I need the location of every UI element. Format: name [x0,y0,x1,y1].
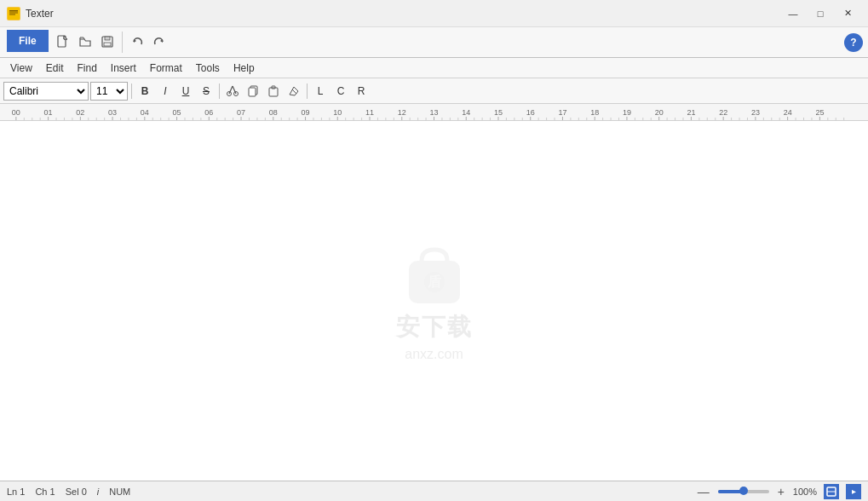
save-document-icon [101,35,114,49]
italic-button[interactable]: I [156,82,175,101]
fit-width-icon [826,487,836,497]
editor-area: 盾 安下载 anxz.com [0,121,868,481]
menu-format[interactable]: Format [143,58,189,78]
ruler-canvas [0,104,868,121]
clear-icon [288,85,300,97]
menu-find[interactable]: Find [70,58,103,78]
align-left-button[interactable]: L [311,82,330,101]
align-right-button[interactable]: R [352,82,371,101]
zoom-controls: — + 100% ▸ [696,484,861,499]
paste-button[interactable] [264,82,283,101]
svg-rect-7 [105,37,110,40]
bold-button[interactable]: B [135,82,154,101]
svg-line-19 [292,89,296,94]
svg-rect-16 [249,88,256,96]
window-controls: — □ ✕ [779,3,861,24]
open-document-button[interactable] [75,32,95,52]
zoom-plus-button[interactable]: + [776,485,786,498]
align-center-button[interactable]: C [331,82,350,101]
zoom-slider-track[interactable] [718,490,769,493]
format-sep-3 [307,84,308,99]
help-button[interactable]: ? [844,33,863,52]
svg-rect-1 [9,10,18,12]
ruler [0,104,868,121]
window-title: Texter [26,8,779,20]
new-document-icon [56,35,70,49]
copy-button[interactable] [244,82,262,101]
line-number: Ln 1 [7,487,25,497]
open-document-icon [78,35,92,49]
num-lock-status: NUM [109,487,130,497]
format-sep-2 [219,84,220,99]
menu-insert[interactable]: Insert [104,58,143,78]
format-toolbar: Calibri Arial Times New Roman Courier Ne… [0,78,868,104]
clear-button[interactable] [285,82,303,101]
column-number: Ch 1 [35,487,55,497]
font-size-select[interactable]: 8910 111214 161820 242836 4872 [90,82,128,101]
zoom-minus-button[interactable]: — [696,485,711,498]
zoom-fit-button[interactable] [824,484,839,499]
cut-button[interactable] [223,82,242,101]
undo-icon [130,35,144,49]
text-editor[interactable] [0,121,868,481]
maximize-button[interactable]: □ [807,3,834,24]
new-document-button[interactable] [53,32,73,52]
selection-count: Sel 0 [66,487,87,497]
strikethrough-button[interactable]: S [197,82,216,101]
svg-rect-2 [9,12,18,13]
redo-button[interactable] [149,32,170,52]
save-document-button[interactable] [97,32,118,52]
svg-rect-3 [9,14,15,14]
menu-edit[interactable]: Edit [39,58,71,78]
menu-help[interactable]: Help [227,58,262,78]
font-family-select[interactable]: Calibri Arial Times New Roman Courier Ne… [3,82,89,101]
file-button[interactable]: File [7,30,49,52]
menu-tools[interactable]: Tools [189,58,227,78]
zoom-slider-thumb [739,487,748,495]
status-bar: Ln 1 Ch 1 Sel 0 i NUM — + 100% ▸ [0,481,868,501]
paste-icon [267,85,279,97]
undo-button[interactable] [127,32,147,52]
svg-rect-0 [8,8,20,20]
cut-icon [227,85,239,97]
redo-icon [152,35,166,49]
close-button[interactable]: ✕ [834,3,861,24]
italic-indicator: i [97,487,99,497]
menu-bar: View Edit Find Insert Format Tools Help [0,58,868,78]
svg-rect-8 [104,43,111,46]
zoom-out-button[interactable]: ▸ [846,484,861,499]
underline-button[interactable]: U [176,82,195,101]
title-bar: Texter — □ ✕ [0,0,868,27]
menu-view[interactable]: View [3,58,39,78]
app-icon [7,7,20,20]
ribbon-toolbar: File ? [0,27,868,58]
zoom-level: 100% [793,487,817,497]
ribbon-divider-1 [122,32,123,53]
copy-icon [247,85,259,97]
format-sep-1 [131,84,132,99]
minimize-button[interactable]: — [779,3,807,24]
